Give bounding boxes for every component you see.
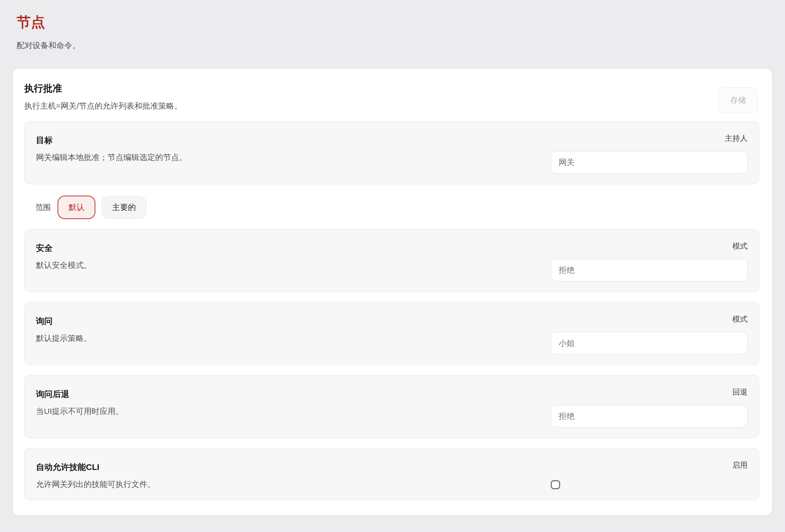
security-description: 默认安全模式。 xyxy=(36,260,92,271)
security-card: 安全 默认安全模式。 模式 xyxy=(24,229,759,292)
page-title: 节点 xyxy=(17,13,773,32)
ask-mode-label: 模式 xyxy=(732,314,748,324)
page-heading: 节点 配对设备和命令。 xyxy=(12,13,773,51)
panel-description: 执行主机=网关/节点的允许列表和批准策略。 xyxy=(24,101,759,111)
scope-option-default[interactable]: 默认 xyxy=(58,196,95,219)
ask-fallback-description: 当UI提示不可用时应用。 xyxy=(36,406,123,417)
ask-description: 默认提示策略。 xyxy=(36,333,92,344)
security-mode-label: 模式 xyxy=(732,241,748,251)
ask-fallback-card: 询问后退 当UI提示不可用时应用。 回退 xyxy=(24,375,759,438)
page-subtitle: 配对设备和命令。 xyxy=(17,40,773,51)
nodes-settings-page: 节点 配对设备和命令。 执行批准 执行主机=网关/节点的允许列表和批准策略。 存… xyxy=(0,0,785,523)
exec-approvals-panel: 执行批准 执行主机=网关/节点的允许列表和批准策略。 存储 目标 网关编辑本地批… xyxy=(12,68,773,516)
auto-allow-description: 允许网关列出的技能可执行文件。 xyxy=(36,479,155,490)
target-card: 目标 网关编辑本地批准；节点编辑选定的节点。 主持人 xyxy=(24,121,759,184)
ask-card: 询问 默认提示策略。 模式 xyxy=(24,302,759,365)
enable-checkbox[interactable] xyxy=(551,480,560,489)
panel-title: 执行批准 xyxy=(24,82,759,95)
host-input[interactable] xyxy=(551,151,748,174)
ask-mode-input[interactable] xyxy=(551,332,748,355)
auto-allow-skills-card: 自动允许技能CLI 允许网关列出的技能可执行文件。 启用 xyxy=(24,448,759,500)
fallback-input[interactable] xyxy=(551,405,748,428)
enable-label: 启用 xyxy=(732,460,748,470)
ask-title: 询问 xyxy=(36,316,92,327)
ask-fallback-title: 询问后退 xyxy=(36,389,123,400)
security-title: 安全 xyxy=(36,243,92,254)
target-description: 网关编辑本地批准；节点编辑选定的节点。 xyxy=(36,152,187,163)
scope-option-primary[interactable]: 主要的 xyxy=(101,196,146,219)
security-mode-input[interactable] xyxy=(551,259,748,282)
fallback-label: 回退 xyxy=(732,387,748,397)
auto-allow-title: 自动允许技能CLI xyxy=(36,462,155,473)
scope-label: 范围 xyxy=(36,202,51,213)
save-button[interactable]: 存储 xyxy=(718,87,758,113)
target-title: 目标 xyxy=(36,135,187,146)
host-label: 主持人 xyxy=(725,133,748,143)
scope-row: 范围 默认 主要的 xyxy=(24,196,759,219)
